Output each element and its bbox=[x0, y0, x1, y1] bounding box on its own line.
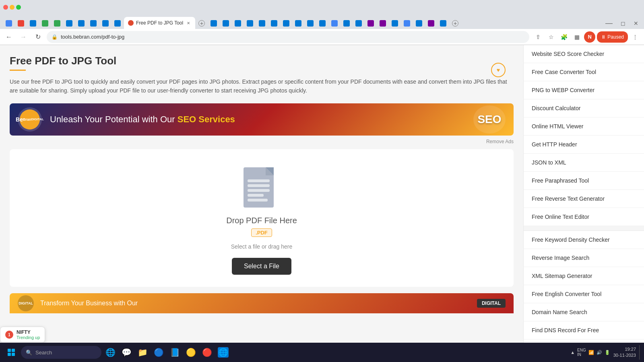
extensions-btn[interactable]: 🧩 bbox=[558, 31, 570, 43]
tab-mini-18[interactable] bbox=[293, 18, 304, 29]
sidebar-item-reverse-text[interactable]: Free Reverse Text Generator bbox=[524, 190, 644, 208]
tray-wifi[interactable]: 📶 bbox=[588, 350, 594, 355]
sidebar-item-sitemap[interactable]: XML Sitemap Generator bbox=[524, 267, 644, 285]
main-content: Free PDF to JPG Tool ♥ Use our free PDF … bbox=[0, 45, 523, 362]
minimize-btn[interactable]: — bbox=[603, 19, 615, 27]
tray-battery[interactable]: 🔋 bbox=[605, 350, 610, 355]
file-icon bbox=[242, 161, 282, 210]
svg-rect-7 bbox=[248, 199, 268, 202]
paused-label: Paused bbox=[607, 34, 624, 40]
ad-banner-2: DIGITAL Transform Your Business with Our… bbox=[10, 293, 514, 313]
tab-mini-27[interactable] bbox=[401, 18, 413, 29]
tab-mini-7[interactable] bbox=[76, 18, 87, 29]
sidebar-item-html-viewer[interactable]: Online HTML Viewer bbox=[524, 117, 644, 136]
sidebar-item-json-xml[interactable]: JSON to XML bbox=[524, 154, 644, 172]
tab-mini-29[interactable] bbox=[425, 18, 437, 29]
sidebar-item-http-header[interactable]: Get HTTP Header bbox=[524, 136, 644, 154]
tab-mini[interactable] bbox=[3, 18, 14, 29]
tab-mini-12[interactable] bbox=[220, 18, 231, 29]
start-button[interactable] bbox=[3, 344, 19, 360]
sidebar-item-paraphrase[interactable]: Free Paraphrased Tool bbox=[524, 172, 644, 190]
sidebar-item-discount[interactable]: Discount Calculator bbox=[524, 99, 644, 117]
taskbar-app-1[interactable]: 🌐 bbox=[103, 345, 118, 360]
bookmark-btn[interactable]: ☆ bbox=[545, 31, 557, 43]
tab-mini-4[interactable] bbox=[39, 18, 51, 29]
tab-mini-8[interactable] bbox=[88, 18, 99, 29]
tab-mini-14[interactable] bbox=[244, 18, 256, 29]
profile-avatar[interactable]: N bbox=[584, 31, 595, 43]
tab-mini-9[interactable] bbox=[100, 18, 111, 29]
tab-mini-22[interactable] bbox=[341, 18, 352, 29]
active-tab[interactable]: Free PDF to JPG Tool ✕ bbox=[124, 17, 195, 29]
show-desktop-btn[interactable] bbox=[639, 345, 641, 360]
sidebar-item-dns-record[interactable]: Find DNS Record For Free bbox=[524, 321, 644, 339]
sidebar-item-label: PNG to WEBP Converter bbox=[532, 87, 594, 93]
ad-logo: BeBran DIGITAL bbox=[18, 107, 42, 132]
taskbar-time: 19:27 30-11-2023 bbox=[613, 346, 636, 359]
tab-mini-new[interactable]: + bbox=[450, 18, 461, 29]
sidebar-divider bbox=[524, 226, 644, 231]
sidebar: Website SEO Score Checker Free Case Conv… bbox=[523, 45, 644, 362]
tab-mini-5[interactable] bbox=[52, 18, 63, 29]
tab-mini-3[interactable] bbox=[27, 18, 39, 29]
tab-mini-25[interactable] bbox=[377, 18, 388, 29]
svg-rect-4 bbox=[248, 184, 270, 187]
taskbar-app-8[interactable]: 🌐 bbox=[216, 345, 230, 360]
remove-ads-link[interactable]: Remove Ads bbox=[10, 139, 514, 144]
restore-btn[interactable]: ◻ bbox=[618, 20, 628, 27]
tab-mini-26[interactable] bbox=[389, 18, 400, 29]
sidebar-item-reverse-image[interactable]: Reverse Image Search bbox=[524, 249, 644, 267]
sidebar-item-label: Discount Calculator bbox=[532, 105, 580, 111]
menu-btn[interactable]: ⋮ bbox=[630, 31, 641, 43]
taskbar-app-6[interactable]: 🟡 bbox=[184, 345, 198, 360]
tab-mini-16[interactable] bbox=[268, 18, 280, 29]
tab-mini-10[interactable] bbox=[112, 18, 123, 29]
tab-mini-19[interactable] bbox=[305, 18, 316, 29]
forward-btn[interactable]: → bbox=[18, 31, 29, 43]
taskbar-search[interactable]: 🔍 Search bbox=[21, 346, 101, 359]
ad-text-highlight: SEO Services bbox=[178, 114, 235, 124]
tray-volume[interactable]: 🔊 bbox=[597, 350, 602, 355]
sidebar-item-case-converter[interactable]: Free Case Converter Tool bbox=[524, 63, 644, 81]
tray-up-arrow[interactable]: ▲ bbox=[570, 350, 575, 355]
sidebar-item-english-converter[interactable]: Free English Converter Tool bbox=[524, 285, 644, 303]
taskbar-app-5[interactable]: 📘 bbox=[167, 345, 182, 360]
sidebar-item-text-editor[interactable]: Free Online Text Editor bbox=[524, 208, 644, 226]
tab-mini-13[interactable] bbox=[232, 18, 244, 29]
profile-layout-btn[interactable]: ▦ bbox=[571, 31, 582, 43]
sidebar-item-domain-search[interactable]: Domain Name Search bbox=[524, 303, 644, 321]
lock-icon: 🔒 bbox=[52, 34, 58, 40]
new-tab-btn[interactable]: + bbox=[196, 18, 207, 29]
sidebar-item-label: Domain Name Search bbox=[532, 309, 587, 315]
taskbar-app-2[interactable]: 💬 bbox=[119, 345, 134, 360]
digital-badge: DIGITAL bbox=[477, 299, 506, 308]
taskbar-app-7[interactable]: 🔴 bbox=[200, 345, 214, 360]
tab-mini-20[interactable] bbox=[317, 18, 328, 29]
tab-mini-28[interactable] bbox=[413, 18, 425, 29]
favorite-btn[interactable]: ♥ bbox=[491, 63, 506, 77]
sidebar-item-website-seo[interactable]: Website SEO Score Checker bbox=[524, 45, 644, 63]
tab-mini-15[interactable] bbox=[256, 18, 268, 29]
active-tab-label: Free PDF to JPG Tool bbox=[136, 20, 183, 26]
tray-lang: ENG IN bbox=[577, 348, 586, 357]
sidebar-item-png-webp[interactable]: PNG to WEBP Converter bbox=[524, 81, 644, 99]
close-btn[interactable]: ✕ bbox=[631, 20, 641, 27]
tab-mini-30[interactable] bbox=[438, 18, 449, 29]
refresh-btn[interactable]: ↻ bbox=[32, 31, 43, 43]
tab-mini-21[interactable] bbox=[329, 18, 340, 29]
tab-mini-2[interactable] bbox=[15, 18, 27, 29]
tab-mini-23[interactable] bbox=[353, 18, 364, 29]
tab-mini-6[interactable] bbox=[64, 18, 75, 29]
tab-mini-24[interactable] bbox=[365, 18, 376, 29]
sidebar-item-label: Reverse Image Search bbox=[532, 255, 589, 261]
sidebar-item-keyword-density[interactable]: Free Keyword Density Checker bbox=[524, 231, 644, 249]
tab-mini-17[interactable] bbox=[281, 18, 292, 29]
tab-close-btn[interactable]: ✕ bbox=[186, 20, 191, 26]
select-file-btn[interactable]: Select a File bbox=[232, 258, 291, 275]
taskbar-app-3[interactable]: 📁 bbox=[135, 345, 150, 360]
taskbar-app-4[interactable]: 🔵 bbox=[151, 345, 166, 360]
tab-mini-11[interactable] bbox=[208, 18, 219, 29]
url-box[interactable]: 🔒 tools.bebran.com/pdf-to-jpg bbox=[47, 31, 529, 43]
share-btn[interactable]: ⇧ bbox=[533, 31, 544, 43]
back-btn[interactable]: ← bbox=[3, 31, 14, 43]
